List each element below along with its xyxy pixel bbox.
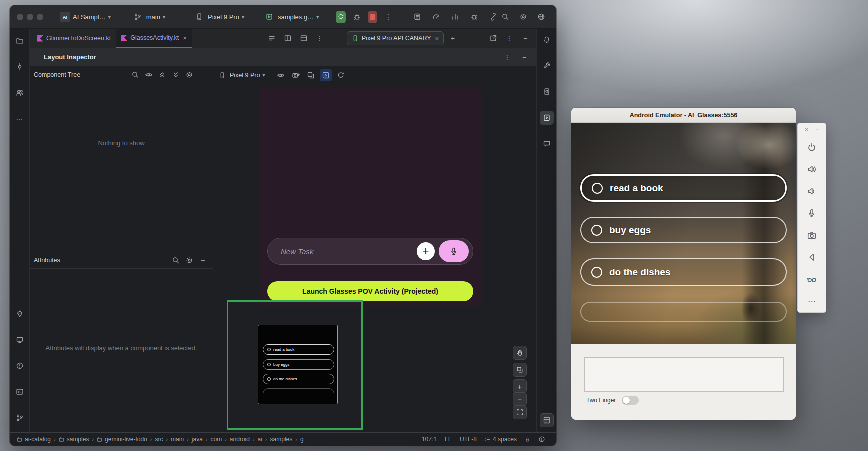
close-window-button[interactable]	[17, 14, 23, 20]
close-device-tab-icon[interactable]: ×	[435, 35, 439, 42]
breadcrumb-item[interactable]: android	[230, 436, 250, 443]
terminal-icon[interactable]	[13, 385, 27, 399]
mic-icon[interactable]	[803, 202, 821, 224]
mirrored-device-selector[interactable]: Pixel 9 Pro ▾	[217, 70, 265, 82]
new-task-input[interactable]: New Task +	[267, 238, 473, 265]
more-options-icon[interactable]: ⋯	[803, 290, 821, 312]
add-device-tab-icon[interactable]: +	[447, 32, 459, 44]
app-insights-bug-icon[interactable]	[468, 11, 480, 23]
glasses-todo-item[interactable]: do the dishes	[263, 374, 334, 384]
gem-diamond-icon[interactable]	[13, 307, 27, 321]
mirrored-phone-screen[interactable]: New Task + Launch Glasses POV Activity (…	[259, 88, 482, 306]
two-finger-toggle[interactable]	[622, 396, 639, 405]
device-explorer-icon[interactable]	[540, 85, 554, 99]
split-editor-icon[interactable]	[282, 32, 294, 44]
breadcrumb-item[interactable]: src	[155, 436, 163, 443]
emulator-screen[interactable]: read a book buy eggs do the dishes	[571, 123, 796, 344]
running-device-tab[interactable]: Pixel 9 Pro API CANARY ×	[347, 32, 444, 46]
visibility-eye-icon[interactable]	[143, 69, 155, 81]
layers-snapshot-icon[interactable]	[305, 70, 317, 82]
add-task-button[interactable]: +	[417, 242, 435, 260]
search-icon[interactable]	[129, 69, 141, 81]
close-tab-icon[interactable]: ×	[183, 34, 187, 42]
breadcrumb-item[interactable]: g	[300, 436, 304, 443]
minimize-toolbar-icon[interactable]: −	[815, 126, 819, 134]
panel-options-kebab-icon[interactable]: ⋮	[503, 32, 515, 44]
assistant-chat-icon[interactable]	[540, 137, 554, 151]
project-selector[interactable]: AI AI Sampl… ▾	[60, 12, 111, 22]
version-control-branch-icon[interactable]	[13, 411, 27, 425]
breadcrumb-item[interactable]: com	[210, 436, 222, 443]
back-icon[interactable]	[803, 246, 821, 268]
minimize-window-button[interactable]	[27, 14, 33, 20]
search-icon[interactable]	[499, 11, 511, 23]
camera-icon[interactable]	[803, 224, 821, 246]
link-icon[interactable]	[487, 11, 499, 23]
line-ending-widget[interactable]: LF	[445, 436, 452, 443]
rerun-button[interactable]	[336, 11, 345, 24]
touchpad-input-area[interactable]	[584, 358, 784, 392]
tree-settings-gear-icon[interactable]	[183, 69, 195, 81]
indent-widget[interactable]: 4 spaces	[485, 436, 517, 443]
breadcrumb-item[interactable]: java	[192, 436, 203, 443]
breadcrumb-item[interactable]: samples	[270, 436, 293, 443]
todo-item[interactable]: read a book	[580, 174, 787, 202]
zoom-in-icon[interactable]: +	[513, 380, 527, 394]
inspector-options-kebab-icon[interactable]: ⋮	[501, 52, 513, 64]
project-folder-icon[interactable]	[13, 34, 27, 48]
breadcrumb-item[interactable]: ai-catalog	[17, 436, 51, 443]
glasses-icon[interactable]	[803, 268, 821, 290]
cursor-position-widget[interactable]: 107:1	[422, 436, 437, 443]
commit-icon[interactable]	[13, 60, 27, 74]
branch-selector[interactable]: main ▾	[132, 11, 165, 23]
pan-hand-icon[interactable]	[513, 346, 527, 360]
collapse-all-icon[interactable]	[170, 69, 182, 81]
target-device-selector[interactable]: Pixel 9 Pro ▾	[193, 11, 244, 23]
volume-up-icon[interactable]	[803, 158, 821, 180]
globe-icon[interactable]	[535, 11, 547, 23]
launch-glasses-button[interactable]: Launch Glasses POV Activity (Projected)	[267, 282, 473, 302]
lock-widget[interactable]	[525, 437, 530, 442]
todo-item[interactable]: do the dishes	[580, 258, 787, 286]
tab-glimmertodoscreen[interactable]: GlimmerToDoScreen.kt	[32, 29, 116, 48]
mirrored-glasses-screen[interactable]: read a book buy eggs do the dishes	[258, 325, 338, 404]
problems-indicator-icon[interactable]	[538, 436, 545, 443]
problems-icon[interactable]	[13, 359, 27, 373]
open-in-window-icon[interactable]	[487, 32, 499, 44]
breadcrumb-item[interactable]: samples	[59, 436, 89, 443]
todo-item[interactable]: buy eggs	[580, 217, 787, 244]
refresh-icon[interactable]	[335, 70, 347, 82]
close-toolbar-icon[interactable]: ×	[805, 126, 808, 134]
profiler-icon[interactable]	[430, 11, 442, 23]
emulator-titlebar[interactable]: Android Emulator - AI_Glasses:5556	[571, 108, 796, 123]
device-monitor-icon[interactable]	[13, 333, 27, 347]
hide-panel-icon[interactable]: −	[519, 32, 531, 44]
breadcrumb-item[interactable]: gemini-live-todo	[97, 436, 147, 443]
zoom-out-icon[interactable]: −	[513, 392, 527, 406]
tab-glassesactivity[interactable]: GlassesActivity.kt ×	[116, 29, 192, 48]
settings-gear-icon[interactable]	[517, 11, 529, 23]
encoding-widget[interactable]: UTF-8	[460, 436, 477, 443]
more-tools-icon[interactable]: ⋯	[13, 112, 27, 126]
logcat-icon[interactable]	[411, 11, 423, 23]
structure-view-icon[interactable]	[266, 32, 278, 44]
voice-input-button[interactable]	[439, 240, 469, 262]
run-config-selector[interactable]: samples.g… ▾	[263, 11, 319, 23]
volume-down-icon[interactable]	[803, 180, 821, 202]
glasses-todo-item[interactable]: read a book	[263, 344, 334, 355]
hide-attributes-icon[interactable]: −	[197, 254, 209, 266]
editor-options-kebab-icon[interactable]: ⋮	[314, 32, 326, 44]
attributes-settings-gear-icon[interactable]	[183, 254, 195, 266]
minimize-inspector-icon[interactable]: −	[518, 52, 530, 64]
stop-button[interactable]	[368, 11, 377, 24]
screenshot-camera-icon[interactable]	[290, 70, 302, 82]
zoom-window-button[interactable]	[37, 14, 43, 20]
layers-view-icon[interactable]	[513, 363, 527, 377]
live-updates-toggle-icon[interactable]	[320, 70, 332, 82]
breadcrumb-item[interactable]: ai	[258, 436, 262, 443]
collaborators-icon[interactable]	[13, 86, 27, 100]
debug-icon[interactable]	[351, 11, 363, 23]
expand-all-icon[interactable]	[156, 69, 168, 81]
notifications-bell-icon[interactable]	[540, 33, 554, 47]
preview-layout-icon[interactable]	[298, 32, 310, 44]
